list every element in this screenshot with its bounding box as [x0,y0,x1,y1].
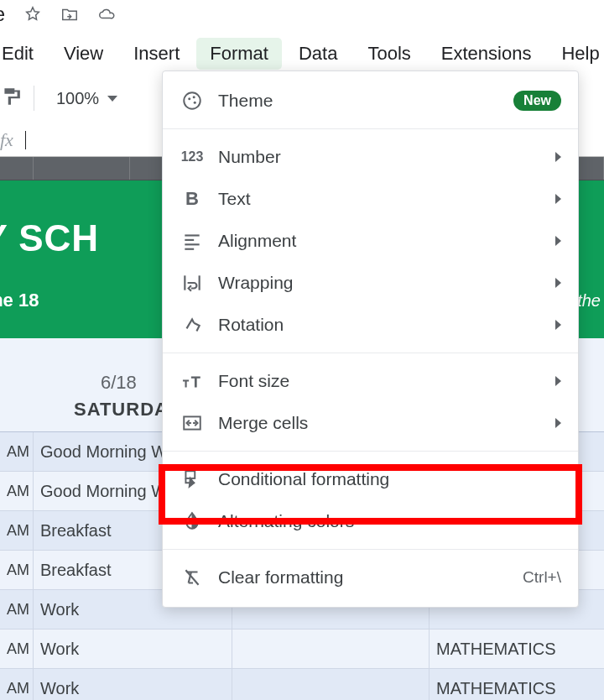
menu-help[interactable]: Help [548,38,604,70]
rotation-icon [181,314,203,336]
font-size-icon: TT [181,370,203,392]
menu-item-label: Rotation [218,315,540,335]
day-name: SATURDA [74,399,169,421]
menu-view[interactable]: View [50,38,117,70]
menu-item-conditional-formatting[interactable]: Conditional formatting [163,458,578,500]
menu-item-wrapping[interactable]: Wrapping [163,262,578,304]
banner-weekof: of: June 18 [0,290,39,311]
menu-item-label: Wrapping [218,273,540,293]
col-header-b[interactable] [34,157,130,180]
bold-icon: B [181,188,203,210]
menu-insert[interactable]: Insert [120,38,193,70]
svg-point-0 [184,92,200,109]
menu-separator [163,549,578,550]
toolbar-divider [34,86,34,111]
menu-item-alignment[interactable]: Alignment [163,220,578,262]
svg-text:T: T [191,374,200,390]
submenu-caret-icon [555,152,561,162]
menu-item-label: Number [218,147,540,167]
cell-gap[interactable] [232,669,430,700]
cell-time[interactable]: AM [0,590,34,629]
number-icon: 123 [181,146,203,168]
submenu-caret-icon [555,376,561,386]
menu-item-label: Alignment [218,231,540,251]
theme-icon [181,90,203,112]
menu-item-number[interactable]: 123 Number [163,136,578,178]
zoom-dropdown[interactable]: 100% [46,89,128,108]
cell-right[interactable]: MATHEMATICS [430,629,604,668]
menu-separator [163,353,578,353]
formula-bar[interactable]: fx [0,126,26,154]
svg-point-3 [194,102,196,104]
formula-cursor [25,131,26,149]
menu-item-theme[interactable]: Theme New [163,80,578,122]
zoom-value: 100% [56,89,99,108]
svg-point-1 [188,97,190,100]
banner-right-text: the [577,291,604,311]
merge-cells-icon [181,412,203,434]
cell-time[interactable]: AM [0,511,34,550]
cloud-icon[interactable] [97,5,116,24]
menu-item-label: Text [218,189,540,209]
cell-activity[interactable]: Work [34,629,232,668]
menu-separator [163,128,578,129]
cell-time[interactable]: AM [0,551,34,589]
day-date: 6/18 [101,372,137,394]
menu-item-alternating-colors[interactable]: Alternating colors [163,500,578,542]
submenu-caret-icon [555,418,561,428]
new-badge: New [513,91,561,111]
conditional-formatting-icon [181,468,203,490]
submenu-caret-icon [555,320,561,330]
svg-text:T: T [183,379,189,389]
clear-formatting-icon [181,567,203,588]
col-header-blank[interactable] [0,157,34,180]
table-row[interactable]: AM Work MATHEMATICS [0,629,604,669]
menu-item-label: Alternating colors [218,511,561,531]
cell-activity[interactable]: Work [34,669,232,700]
menu-item-rotation[interactable]: Rotation [163,304,578,346]
menu-shortcut: Ctrl+\ [523,568,561,587]
menu-separator [163,451,578,452]
cell-time[interactable]: AM [0,669,34,700]
toolbar: 100% [0,77,128,119]
submenu-caret-icon [555,194,561,204]
cell-right[interactable]: MATHEMATICS [430,669,604,700]
menu-edit[interactable]: Edit [0,38,47,70]
menu-item-label: Clear formatting [218,567,508,588]
menu-tools[interactable]: Tools [354,38,424,70]
banner-title: URLY SCH [0,217,99,259]
submenu-caret-icon [555,278,561,288]
paint-format-icon[interactable] [0,86,22,111]
menu-item-label: Theme [218,91,498,111]
star-icon[interactable] [23,5,42,24]
alternating-colors-icon [181,510,203,532]
menu-item-font-size[interactable]: TT Font size [163,360,578,402]
submenu-caret-icon [555,236,561,246]
menu-item-merge-cells[interactable]: Merge cells [163,402,578,444]
format-menu-dropdown: Theme New 123 Number B Text Alignment Wr… [162,71,579,608]
cell-time[interactable]: AM [0,472,34,510]
banner-weekof-date: June 18 [0,290,39,311]
svg-point-2 [193,96,195,98]
caret-down-icon [107,96,117,102]
menu-bar: Edit View Insert Format Data Tools Exten… [0,37,604,71]
menu-data[interactable]: Data [285,38,351,70]
menu-format[interactable]: Format [196,38,282,70]
cell-time[interactable]: AM [0,629,34,668]
doc-title[interactable]: dule [0,3,5,26]
menu-item-label: Conditional formatting [218,469,561,489]
align-icon [181,230,203,252]
cell-time[interactable]: AM [0,432,34,471]
fx-icon: fx [0,129,13,151]
menu-extensions[interactable]: Extensions [428,38,545,70]
doc-title-bar: dule [0,0,116,29]
menu-item-clear-formatting[interactable]: Clear formatting Ctrl+\ [163,556,578,598]
menu-item-label: Merge cells [218,413,540,433]
menu-item-label: Font size [218,371,540,391]
move-folder-icon[interactable] [60,5,79,24]
table-row[interactable]: AM Work MATHEMATICS [0,669,604,700]
wrap-icon [181,272,203,294]
menu-item-text[interactable]: B Text [163,178,578,220]
cell-gap[interactable] [232,629,430,668]
